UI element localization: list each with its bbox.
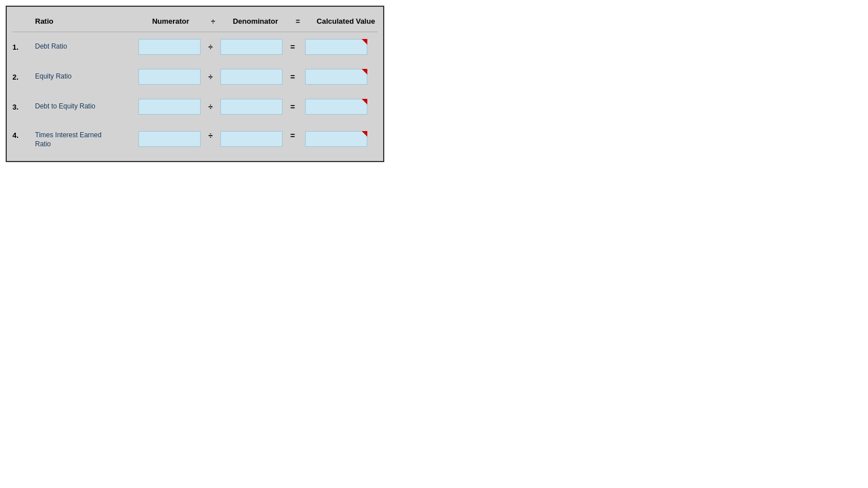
header-equals: = [289,16,306,26]
main-container: Ratio Numerator ÷ Denominator = Calculat… [6,6,384,162]
row-4-red-corner-icon [362,131,367,137]
row-3-label: Debt to Equity Ratio [35,102,137,111]
table-row: 3. Debt to Equity Ratio ÷ = [12,92,377,122]
row-1-calculated-input[interactable] [305,39,367,55]
row-3-denominator-input[interactable] [220,99,283,115]
row-1-label: Debt Ratio [35,42,137,51]
row-2-numerator-input[interactable] [138,69,201,85]
row-1-equals: = [284,42,301,51]
row-1-red-corner-icon [362,39,367,45]
row-3-red-corner-icon [362,99,367,104]
row-3-denominator-wrapper [219,99,284,115]
row-2-denominator-input[interactable] [220,69,283,85]
row-1-numerator-input[interactable] [138,39,201,55]
row-4-denominator-wrapper [219,129,284,147]
table-row: 4. Times Interest Earned Ratio ÷ = [12,122,377,155]
table-header: Ratio Numerator ÷ Denominator = Calculat… [12,12,377,32]
row-3-numerator-input[interactable] [138,99,201,115]
row-3-calculated-wrapper [301,99,377,115]
row-1-calc-wrapper [305,39,373,55]
row-1-divider: ÷ [202,42,219,51]
row-1-denominator-wrapper [219,39,284,55]
ratio-table: Ratio Numerator ÷ Denominator = Calculat… [12,12,377,155]
row-3-calculated-input[interactable] [305,99,367,115]
row-4-calculated-input[interactable] [305,131,367,147]
row-1-calculated-wrapper [301,39,377,55]
row-2-number: 2. [12,73,35,81]
row-4-calculated-wrapper [301,129,377,147]
header-ratio: Ratio [35,16,137,26]
row-2-calc-wrapper [305,69,373,85]
row-2-label: Equity Ratio [35,72,137,81]
row-2-red-corner-icon [362,69,367,75]
row-4-label: Times Interest Earned Ratio [35,129,137,149]
row-1-number: 1. [12,43,35,51]
row-3-numerator-wrapper [137,99,202,115]
row-4-calc-wrapper [305,131,373,147]
row-3-equals: = [284,102,301,111]
row-4-denominator-input[interactable] [220,131,283,147]
header-calculated-value: Calculated Value [306,16,385,26]
row-3-number: 3. [12,103,35,111]
row-2-divider: ÷ [202,72,219,81]
row-2-calculated-wrapper [301,69,377,85]
row-2-calculated-input[interactable] [305,69,367,85]
row-4-number: 4. [12,129,35,140]
row-2-equals: = [284,72,301,81]
row-1-numerator-wrapper [137,39,202,55]
row-4-equals: = [284,129,301,140]
row-4-divider: ÷ [202,129,219,140]
header-divider: ÷ [205,16,222,26]
row-4-numerator-input[interactable] [138,131,201,147]
row-3-calc-wrapper [305,99,373,115]
row-2-denominator-wrapper [219,69,284,85]
row-4-numerator-wrapper [137,129,202,147]
row-3-divider: ÷ [202,102,219,111]
header-denominator: Denominator [222,16,289,26]
table-row: 2. Equity Ratio ÷ = [12,62,377,92]
header-numerator: Numerator [137,16,205,26]
table-row: 1. Debt Ratio ÷ = [12,32,377,62]
row-2-numerator-wrapper [137,69,202,85]
row-1-denominator-input[interactable] [220,39,283,55]
